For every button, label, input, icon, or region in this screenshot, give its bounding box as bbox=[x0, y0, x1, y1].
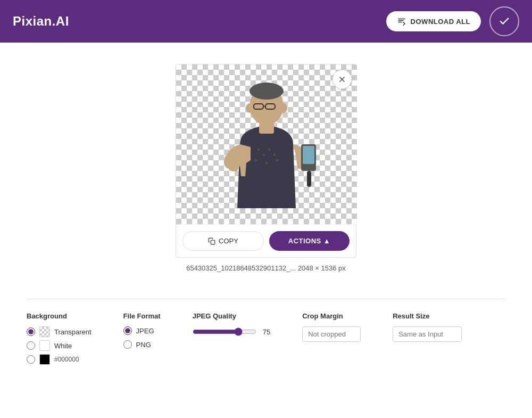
checkmark-icon bbox=[498, 15, 510, 27]
file-info: 65430325_10218648532901132_... 2048 × 15… bbox=[186, 264, 346, 272]
png-label: PNG bbox=[136, 341, 151, 349]
white-label: White bbox=[54, 342, 72, 350]
background-custom-radio[interactable] bbox=[27, 355, 35, 364]
logo: Pixian.AI bbox=[13, 14, 69, 29]
result-size-title: Result Size bbox=[393, 312, 462, 320]
image-preview bbox=[176, 64, 357, 224]
quality-slider-row: 75 bbox=[193, 327, 270, 336]
options-panel: Background Transparent White #000000 Fil… bbox=[27, 299, 505, 365]
background-custom-option[interactable]: #000000 bbox=[27, 354, 92, 365]
image-actions-bar: COPY ACTIONS ▲ bbox=[176, 224, 356, 257]
svg-point-15 bbox=[273, 154, 276, 156]
download-icon bbox=[397, 17, 406, 26]
background-transparent-radio[interactable] bbox=[27, 327, 35, 336]
svg-rect-19 bbox=[259, 123, 274, 134]
transparent-swatch bbox=[39, 326, 50, 337]
custom-swatch bbox=[39, 354, 50, 365]
main-content: COPY ACTIONS ▲ 65430325_1021864853290113… bbox=[0, 43, 532, 418]
header-actions: DOWNLOAD ALL bbox=[386, 6, 519, 36]
background-transparent-option[interactable]: Transparent bbox=[27, 326, 92, 337]
quality-slider[interactable] bbox=[193, 327, 256, 336]
file-format-title: File Format bbox=[123, 312, 161, 320]
header: Pixian.AI DOWNLOAD ALL bbox=[0, 0, 532, 43]
person-figure bbox=[203, 75, 330, 224]
custom-color-hex: #000000 bbox=[54, 356, 79, 363]
person-svg bbox=[208, 80, 325, 224]
jpeg-quality-group: JPEG Quality 75 bbox=[193, 312, 270, 336]
svg-point-17 bbox=[265, 162, 268, 164]
background-group: Background Transparent White #000000 bbox=[27, 312, 92, 365]
crop-margin-title: Crop Margin bbox=[302, 312, 361, 320]
svg-rect-24 bbox=[211, 240, 215, 244]
confirm-button[interactable] bbox=[489, 6, 519, 36]
crop-margin-group: Crop Margin bbox=[302, 312, 361, 342]
background-white-option[interactable]: White bbox=[27, 340, 92, 351]
transparent-label: Transparent bbox=[54, 328, 92, 336]
download-all-button[interactable]: DOWNLOAD ALL bbox=[386, 11, 481, 31]
background-white-radio[interactable] bbox=[27, 341, 35, 350]
svg-rect-23 bbox=[307, 171, 311, 187]
jpeg-label: JPEG bbox=[136, 327, 154, 335]
white-swatch bbox=[39, 340, 50, 351]
copy-icon bbox=[208, 237, 215, 245]
svg-point-11 bbox=[280, 103, 287, 113]
format-png-option[interactable]: PNG bbox=[123, 340, 161, 349]
svg-point-16 bbox=[255, 159, 257, 161]
actions-label: ACTIONS ▲ bbox=[288, 237, 330, 245]
svg-point-12 bbox=[257, 149, 260, 151]
svg-point-9 bbox=[250, 83, 284, 100]
copy-button[interactable]: COPY bbox=[182, 231, 264, 251]
actions-button[interactable]: ACTIONS ▲ bbox=[269, 231, 350, 251]
quality-value: 75 bbox=[263, 328, 270, 336]
format-jpeg-radio[interactable] bbox=[123, 326, 132, 335]
background-title: Background bbox=[27, 312, 92, 320]
result-size-group: Result Size bbox=[393, 312, 462, 342]
svg-point-20 bbox=[224, 154, 235, 169]
svg-point-13 bbox=[263, 154, 265, 156]
crop-margin-input[interactable] bbox=[302, 326, 361, 342]
image-card: COPY ACTIONS ▲ bbox=[176, 64, 356, 258]
close-icon bbox=[338, 75, 346, 84]
jpeg-quality-title: JPEG Quality bbox=[193, 312, 270, 320]
svg-point-18 bbox=[276, 159, 278, 161]
file-format-group: File Format JPEG PNG bbox=[123, 312, 161, 351]
svg-rect-22 bbox=[303, 146, 314, 164]
download-all-label: DOWNLOAD ALL bbox=[411, 18, 470, 26]
close-button[interactable] bbox=[332, 70, 352, 89]
format-png-radio[interactable] bbox=[123, 340, 132, 349]
result-size-input[interactable] bbox=[393, 326, 462, 342]
svg-point-10 bbox=[246, 103, 253, 113]
copy-label: COPY bbox=[219, 237, 238, 245]
format-jpeg-option[interactable]: JPEG bbox=[123, 326, 161, 335]
svg-point-14 bbox=[268, 149, 270, 151]
